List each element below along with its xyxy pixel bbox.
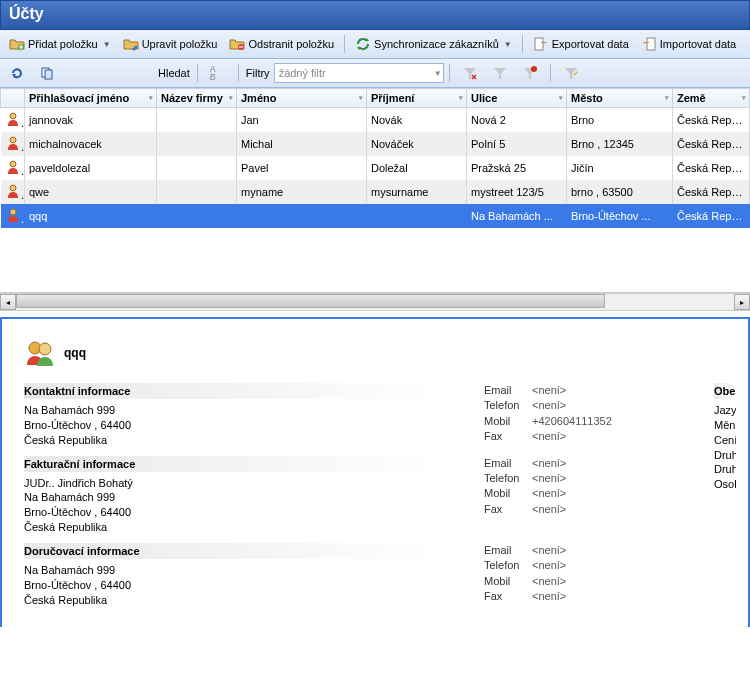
cell-street: Nová 2	[467, 108, 567, 133]
cell-last: Nováček	[367, 132, 467, 156]
search-label: Hledat	[158, 67, 190, 79]
funnel-clear-icon	[462, 65, 478, 81]
separator	[550, 64, 551, 82]
accounts-table: Přihlašovací jméno▾ Název firmy▾ Jméno▾ …	[0, 88, 750, 228]
cell-street: mystreet 123/5	[467, 180, 567, 204]
column-header-street[interactable]: Ulice▾	[467, 89, 567, 108]
cell-company	[157, 204, 237, 228]
address-line: Česká Republika	[24, 433, 131, 448]
dropdown-arrow-icon: ▼	[504, 40, 512, 49]
funnel-clear-button[interactable]	[457, 62, 483, 84]
svg-point-10	[10, 185, 16, 191]
svg-point-9	[10, 161, 16, 167]
separator	[344, 35, 345, 53]
column-header-login[interactable]: Přihlašovací jméno▾	[25, 89, 157, 108]
sort-az-button[interactable]: AB	[205, 62, 231, 84]
cell-login: jannovak	[25, 108, 157, 133]
value-mobile: +420604111352	[532, 414, 612, 429]
label-email: Email	[484, 456, 526, 471]
value-fax: <není>	[532, 589, 566, 604]
refresh-icon	[9, 65, 25, 81]
table-header-row: Přihlašovací jméno▾ Název firmy▾ Jméno▾ …	[1, 89, 750, 108]
address-line: Česká Republika	[24, 520, 444, 535]
value-email: <není>	[532, 456, 566, 471]
side-item: Osob	[714, 477, 736, 492]
column-header-icon[interactable]	[1, 89, 25, 108]
cell-city: Brno , 12345	[567, 132, 673, 156]
label-email: Email	[484, 383, 526, 398]
side-item: Druh o	[714, 462, 736, 477]
filters-label: Filtry	[246, 67, 270, 79]
separator	[449, 64, 450, 82]
column-header-lastname[interactable]: Příjmení▾	[367, 89, 467, 108]
value-email: <není>	[532, 383, 566, 398]
cell-country: Česká Republika	[673, 132, 750, 156]
column-header-country[interactable]: Země▾	[673, 89, 750, 108]
address-line: Brno-Útěchov , 64400	[24, 505, 444, 520]
funnel-remove-button[interactable]	[517, 62, 543, 84]
address-line: Brno-Útěchov , 64400	[24, 578, 444, 593]
refresh-button[interactable]	[4, 62, 30, 84]
table-row[interactable]: jannovakJanNovákNová 2BrnoČeská Republik…	[1, 108, 750, 133]
cell-company	[157, 156, 237, 180]
edit-item-button[interactable]: Upravit položku	[118, 33, 223, 55]
table-row[interactable]: michalnovacekMichalNováčekPolní 5Brno , …	[1, 132, 750, 156]
detail-username: qqq	[64, 346, 86, 360]
export-data-button[interactable]: Exportovat data	[528, 33, 634, 55]
cell-first: Pavel	[237, 156, 367, 180]
label-fax: Fax	[484, 429, 526, 444]
dropdown-arrow-icon: ▼	[103, 40, 111, 49]
cell-company	[157, 132, 237, 156]
shipping-info-heading: Doručovací informace	[24, 543, 444, 559]
address-line: Na Bahamách 999	[24, 490, 444, 505]
label-fax: Fax	[484, 589, 526, 604]
funnel-edit-button[interactable]	[558, 62, 584, 84]
scroll-thumb[interactable]	[16, 294, 605, 308]
scroll-track[interactable]	[16, 294, 734, 310]
funnel-button[interactable]	[487, 62, 513, 84]
grid-empty-area	[0, 228, 750, 293]
remove-item-button[interactable]: Odstranit položku	[224, 33, 339, 55]
horizontal-scrollbar[interactable]: ◂ ▸	[0, 293, 750, 311]
value-phone: <není>	[532, 398, 566, 413]
side-item: Měna	[714, 418, 736, 433]
cell-country: Česká Republika	[673, 108, 750, 133]
cell-first: Michal	[237, 132, 367, 156]
label-mobile: Mobil	[484, 486, 526, 501]
table-row[interactable]: paveldolezalPavelDoležalPražská 25JičínČ…	[1, 156, 750, 180]
folder-remove-icon	[229, 36, 245, 52]
scroll-right-arrow[interactable]: ▸	[734, 294, 750, 310]
cell-last: Novák	[367, 108, 467, 133]
table-row[interactable]: qwemynamemysurnamemystreet 123/5brno , 6…	[1, 180, 750, 204]
funnel-remove-icon	[522, 65, 538, 81]
row-icon	[1, 156, 25, 180]
table-row[interactable]: qqqNa Bahamách ...Brno-Útěchov ...Česká …	[1, 204, 750, 228]
svg-point-11	[10, 209, 16, 215]
value-fax: <není>	[532, 429, 566, 444]
value-phone: <není>	[532, 558, 566, 573]
address-line: Česká Republika	[24, 593, 444, 608]
column-header-company[interactable]: Název firmy▾	[157, 89, 237, 108]
cell-login: qqq	[25, 204, 157, 228]
svg-point-6	[531, 66, 537, 72]
cell-company	[157, 108, 237, 133]
people-icon	[24, 337, 56, 369]
row-icon	[1, 204, 25, 228]
cell-company	[157, 180, 237, 204]
sync-customers-button[interactable]: Synchronizace zákazníků ▼	[350, 33, 517, 55]
cell-login: paveldolezal	[25, 156, 157, 180]
filter-input[interactable]	[274, 63, 444, 83]
cell-country: Česká Republik	[673, 204, 750, 228]
svg-rect-2	[535, 38, 543, 50]
side-item: Druh p	[714, 448, 736, 463]
add-item-button[interactable]: Přidat položku ▼	[4, 33, 116, 55]
svg-rect-3	[647, 38, 655, 50]
cell-city: Brno	[567, 108, 673, 133]
column-header-firstname[interactable]: Jméno▾	[237, 89, 367, 108]
column-header-city[interactable]: Město▾	[567, 89, 673, 108]
address-line: Na Bahamách 999	[24, 403, 131, 418]
scroll-left-arrow[interactable]: ◂	[0, 294, 16, 310]
clone-button[interactable]	[34, 62, 60, 84]
import-data-button[interactable]: Importovat data	[636, 33, 741, 55]
separator	[238, 64, 239, 82]
